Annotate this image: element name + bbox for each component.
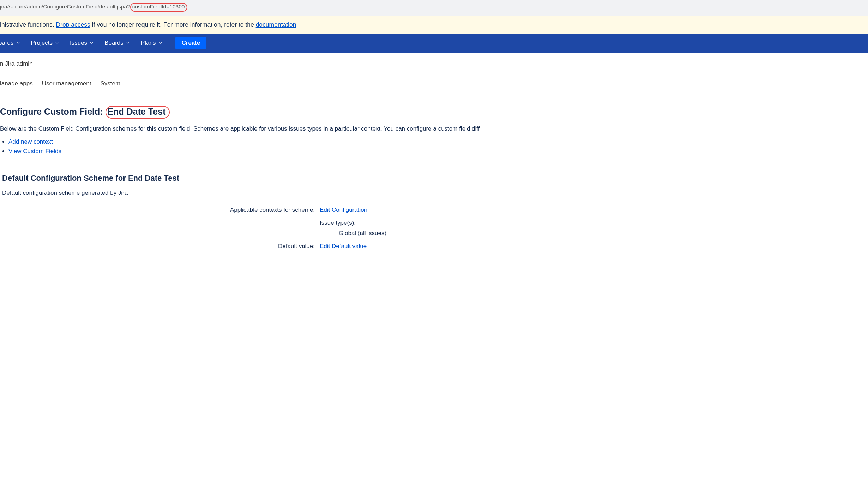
intro-text: Below are the Custom Field Configuration… (0, 121, 868, 136)
nav-plans-label: Plans (141, 40, 156, 47)
chevron-down-icon (16, 41, 20, 45)
add-context-link[interactable]: Add new context (8, 138, 53, 145)
view-custom-fields-link[interactable]: View Custom Fields (8, 148, 61, 155)
chevron-down-icon (158, 41, 163, 45)
banner-text-suffix: . (296, 21, 298, 28)
top-navigation: oards Projects Issues Boards Plans Creat… (0, 34, 868, 53)
contexts-label: Applicable contexts for scheme: (0, 205, 320, 215)
nav-boards-label: Boards (104, 40, 123, 47)
contexts-row: Applicable contexts for scheme: Edit Con… (0, 204, 868, 217)
tab-manage-apps[interactable]: lanage apps (0, 80, 33, 90)
documentation-link[interactable]: documentation (256, 21, 296, 28)
issue-types-row: Issue type(s): Global (all issues) (0, 217, 868, 240)
page-title-prefix: Configure Custom Field: (0, 107, 106, 116)
admin-tabs: lanage apps User management System (0, 67, 868, 94)
action-list: Add new context View Custom Fields (0, 137, 868, 156)
default-value-row: Default value: Edit Default value (0, 240, 868, 253)
list-item: Add new context (8, 137, 868, 146)
banner-text-middle: if you no longer require it. For more in… (90, 21, 256, 28)
page-title: Configure Custom Field: End Date Test (0, 94, 868, 121)
nav-projects-label: Projects (31, 40, 53, 47)
scheme-details: Applicable contexts for scheme: Edit Con… (0, 204, 868, 253)
nav-projects[interactable]: Projects (31, 40, 59, 47)
nav-issues[interactable]: Issues (70, 40, 94, 47)
breadcrumb: n Jira admin (0, 53, 868, 67)
default-value-label: Default value: (0, 241, 320, 252)
scheme-title: Default Configuration Scheme for End Dat… (2, 156, 868, 185)
chevron-down-icon (126, 41, 130, 45)
chevron-down-icon (55, 41, 59, 45)
nav-dashboards-label: oards (0, 40, 14, 47)
list-item: View Custom Fields (8, 147, 868, 156)
chevron-down-icon (89, 41, 94, 45)
banner-text-prefix: inistrative functions. (0, 21, 56, 28)
drop-access-link[interactable]: Drop access (56, 21, 90, 28)
browser-url-bar: jira/secure/admin/ConfigureCustomField!d… (0, 0, 868, 16)
url-highlighted-param: customFieldId=10300 (130, 3, 188, 12)
scheme-description: Default configuration scheme generated b… (0, 185, 868, 197)
url-prefix: jira/secure/admin/ConfigureCustomField!d… (0, 4, 130, 10)
custom-field-name: End Date Test (106, 106, 170, 119)
edit-configuration-link[interactable]: Edit Configuration (320, 206, 367, 213)
admin-access-banner: inistrative functions. Drop access if yo… (0, 16, 868, 34)
issue-types-label: Issue type(s): (320, 220, 356, 226)
nav-boards[interactable]: Boards (104, 40, 130, 47)
tab-user-management[interactable]: User management (42, 80, 91, 90)
edit-default-value-link[interactable]: Edit Default value (320, 243, 367, 249)
create-button[interactable]: Create (175, 37, 207, 49)
nav-issues-label: Issues (70, 40, 87, 47)
main-content: Configure Custom Field: End Date Test Be… (0, 94, 868, 253)
nav-dashboards[interactable]: oards (0, 40, 20, 47)
tab-system[interactable]: System (100, 80, 120, 90)
nav-plans[interactable]: Plans (141, 40, 163, 47)
issue-types-value: Global (all issues) (320, 228, 386, 239)
